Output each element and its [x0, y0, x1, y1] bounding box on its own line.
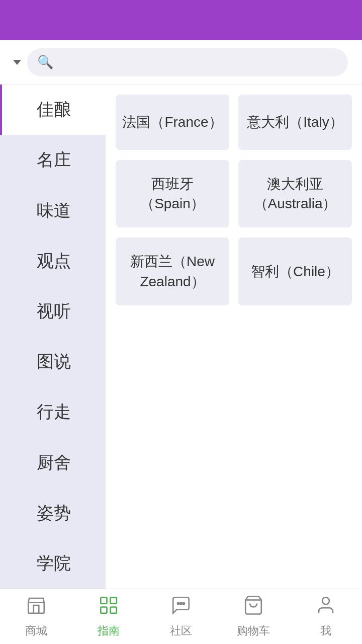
- sidebar-item-shiting[interactable]: 视听: [0, 286, 106, 337]
- svg-point-5: [180, 603, 182, 605]
- sidebar-item-guandian[interactable]: 观点: [0, 236, 106, 286]
- nav-label-me: 我: [320, 623, 331, 638]
- sidebar-item-chushe[interactable]: 厨舍: [0, 437, 106, 488]
- search-input-wrap[interactable]: 🔍: [27, 48, 348, 76]
- nav-item-community[interactable]: 社区: [145, 595, 217, 638]
- guide-icon: [98, 595, 119, 620]
- nav-label-community: 社区: [170, 623, 192, 638]
- chevron-down-icon: [13, 60, 21, 65]
- tag-australia[interactable]: 澳大利亚（Australia）: [238, 160, 352, 227]
- sidebar-item-zishi[interactable]: 姿势: [0, 488, 106, 538]
- nav-label-guide: 指南: [98, 623, 120, 638]
- svg-point-6: [183, 603, 185, 605]
- nav-label-mall: 商城: [25, 623, 47, 638]
- sidebar-item-xueyuan[interactable]: 学院: [0, 538, 106, 589]
- svg-rect-2: [101, 607, 107, 613]
- content-row: 西班牙（Spain）澳大利亚（Australia）: [116, 160, 352, 227]
- sidebar-item-mingzhuang[interactable]: 名庄: [0, 135, 106, 185]
- svg-point-8: [322, 597, 329, 604]
- sidebar-item-xingzou[interactable]: 行走: [0, 387, 106, 437]
- nav-item-mall[interactable]: 商城: [0, 595, 72, 638]
- search-icon: 🔍: [37, 54, 53, 70]
- sidebar: 佳酿名庄味道观点视听图说行走厨舍姿势学院: [0, 85, 106, 589]
- store-icon: [26, 595, 47, 620]
- nav-label-cart: 购物车: [237, 623, 270, 638]
- tag-italy[interactable]: 意大利（Italy）: [238, 95, 352, 150]
- svg-rect-1: [111, 597, 117, 603]
- content-area: 法国（France）意大利（Italy）西班牙（Spain）澳大利亚（Austr…: [106, 85, 362, 589]
- svg-point-4: [177, 603, 179, 605]
- nav-item-cart[interactable]: 购物车: [217, 595, 290, 638]
- search-bar: 🔍: [0, 40, 362, 85]
- person-icon: [315, 595, 336, 620]
- sidebar-item-tushuo[interactable]: 图说: [0, 337, 106, 387]
- nav-item-guide[interactable]: 指南: [72, 595, 145, 638]
- sidebar-item-jiajian[interactable]: 佳酿: [0, 85, 106, 135]
- cart-icon: [243, 595, 264, 620]
- category-selector[interactable]: [8, 60, 21, 65]
- svg-rect-3: [111, 607, 117, 613]
- bottom-nav: 商城指南社区购物车我: [0, 589, 362, 644]
- content-row: 新西兰（New Zealand）智利（Chile）: [116, 237, 352, 305]
- sidebar-item-weidao[interactable]: 味道: [0, 185, 106, 235]
- header: [0, 0, 362, 40]
- tag-newzealand[interactable]: 新西兰（New Zealand）: [116, 237, 229, 305]
- svg-rect-0: [101, 597, 107, 603]
- chat-icon: [170, 595, 192, 620]
- nav-item-me[interactable]: 我: [290, 595, 362, 638]
- tag-spain[interactable]: 西班牙（Spain）: [116, 160, 229, 227]
- content-row: 法国（France）意大利（Italy）: [116, 95, 352, 150]
- tag-chile[interactable]: 智利（Chile）: [238, 237, 352, 305]
- tag-france[interactable]: 法国（France）: [116, 95, 229, 150]
- main-content: 佳酿名庄味道观点视听图说行走厨舍姿势学院 法国（France）意大利（Italy…: [0, 85, 362, 589]
